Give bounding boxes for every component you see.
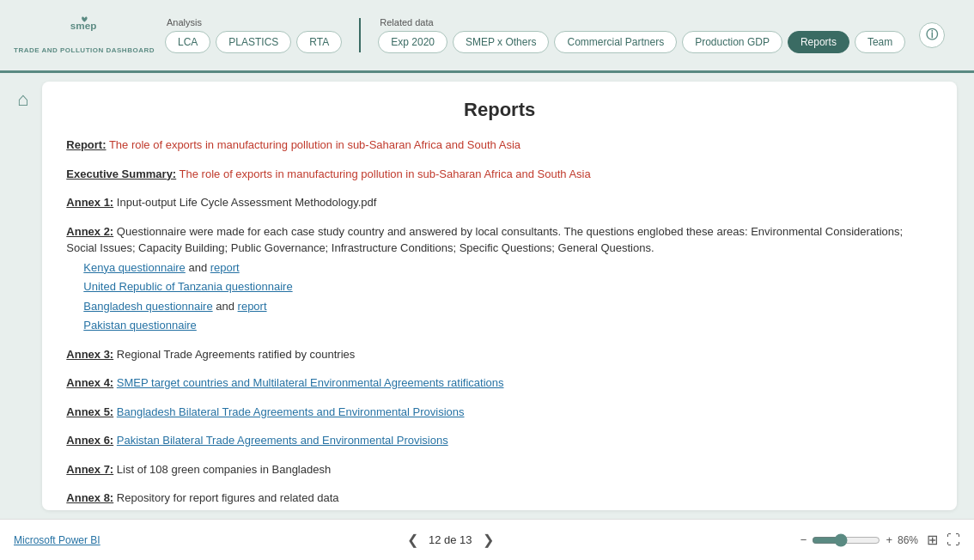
annex7-text: List of 108 green companies in Banglades… — [117, 463, 331, 476]
annex5-label: Annex 5: — [66, 405, 113, 418]
zoom-minus-icon[interactable]: − — [801, 533, 807, 546]
footer: Microsoft Power BI ❮ 12 de 13 ❯ − + 86% … — [0, 519, 974, 560]
list-item: Annex 8: Repository for report figures a… — [66, 490, 933, 507]
annex3-label: Annex 3: — [66, 348, 113, 361]
list-item: Kenya questionnaire and report — [83, 259, 933, 277]
report-label: Report: — [66, 138, 106, 151]
bangladesh-questionnaire-link[interactable]: Bangladesh questionnaire — [83, 300, 212, 313]
footer-right: − + 86% ⊞ ⛶ — [801, 532, 960, 548]
pakistan-questionnaire-link[interactable]: Pakistan questionnaire — [83, 319, 197, 332]
next-page-button[interactable]: ❯ — [483, 532, 494, 548]
nav-team-button[interactable]: Team — [855, 31, 905, 53]
zoom-control: − + 86% — [801, 533, 918, 547]
executive-summary-link[interactable]: The role of exports in manufacturing pol… — [180, 167, 591, 180]
bangladesh-and-text: and — [216, 300, 237, 313]
zoom-plus-icon[interactable]: + — [886, 533, 892, 546]
nav-commercial-partners-button[interactable]: Commercial Partners — [554, 31, 677, 53]
app-header: smep TRADE AND POLLUTION DASHBOARD Analy… — [0, 0, 974, 73]
analysis-label: Analysis — [165, 17, 342, 27]
list-item: Bangladesh questionnaire and report — [83, 298, 933, 315]
nav-reports-button[interactable]: Reports — [788, 31, 849, 53]
nav-rta-button[interactable]: RTA — [296, 31, 342, 53]
annex2-label: Annex 2: — [66, 225, 113, 238]
annex3-text: Regional Trade Agreements ratified by co… — [117, 348, 356, 361]
prev-page-button[interactable]: ❮ — [407, 532, 418, 548]
annex5-link[interactable]: Bangladesh Bilateral Trade Agreements an… — [117, 405, 465, 418]
fullscreen-icon[interactable]: ⛶ — [947, 533, 960, 548]
smep-logo-icon: smep — [69, 15, 100, 46]
page-indicator: 12 de 13 — [429, 533, 472, 546]
annex1-text: Input-output Life Cycle Assessment Metho… — [117, 196, 377, 209]
footer-left: Microsoft Power BI — [14, 533, 100, 546]
annex8-label: Annex 8: — [66, 491, 113, 504]
nav-lca-button[interactable]: LCA — [165, 31, 210, 53]
expand-icon[interactable]: ⊞ — [927, 532, 938, 548]
report-link[interactable]: The role of exports in manufacturing pol… — [109, 138, 520, 151]
kenya-questionnaire-link[interactable]: Kenya questionnaire — [83, 261, 186, 274]
list-item: Annex 7: List of 108 green companies in … — [66, 461, 933, 478]
annex1-label: Annex 1: — [66, 196, 113, 209]
page-total: 13 — [460, 533, 472, 546]
info-button[interactable]: ⓘ — [919, 22, 945, 48]
related-data-label: Related data — [378, 17, 905, 27]
list-item: Annex 5: Bangladesh Bilateral Trade Agre… — [66, 404, 933, 421]
nav-divider — [359, 18, 361, 52]
page-title: Reports — [66, 99, 933, 121]
list-item: Annex 2: Questionnaire were made for eac… — [66, 223, 933, 334]
list-item: Report: The role of exports in manufactu… — [66, 137, 933, 154]
page-current: 12 — [429, 533, 441, 546]
zoom-slider[interactable] — [812, 533, 880, 547]
page-separator: de — [444, 533, 460, 546]
bangladesh-report-link[interactable]: report — [238, 300, 267, 313]
zoom-percent: 86% — [898, 534, 918, 546]
list-item: Executive Summary: The role of exports i… — [66, 166, 933, 183]
logo-area: smep TRADE AND POLLUTION DASHBOARD — [14, 15, 155, 55]
microsoft-powerbi-link[interactable]: Microsoft Power BI — [14, 534, 100, 546]
tanzania-questionnaire-link[interactable]: United Republic of Tanzania questionnair… — [83, 280, 292, 293]
analysis-buttons: LCA PLASTICS RTA — [165, 31, 342, 53]
kenya-report-link[interactable]: report — [210, 261, 240, 274]
content-area: ⌂ Reports Report: The role of exports in… — [0, 73, 974, 519]
main-panel: Reports Report: The role of exports in m… — [42, 82, 957, 510]
svg-text:smep: smep — [70, 20, 97, 31]
logo-text: TRADE AND POLLUTION DASHBOARD — [14, 46, 155, 55]
home-icon-area: ⌂ — [17, 82, 28, 510]
kenya-and-text: and — [188, 261, 210, 274]
executive-summary-label: Executive Summary: — [66, 167, 176, 180]
annex4-label: Annex 4: — [66, 376, 113, 389]
list-item: Annex 3: Regional Trade Agreements ratif… — [66, 346, 933, 363]
annex2-text: Questionnaire were made for each case st… — [66, 225, 903, 255]
analysis-nav: Analysis LCA PLASTICS RTA — [165, 17, 342, 53]
nav-plastics-button[interactable]: PLASTICS — [216, 31, 291, 53]
annex6-label: Annex 6: — [66, 434, 113, 447]
list-item: Pakistan questionnaire — [83, 317, 933, 334]
home-icon[interactable]: ⌂ — [17, 88, 28, 110]
nav-exp2020-button[interactable]: Exp 2020 — [378, 31, 447, 53]
list-item: Annex 6: Pakistan Bilateral Trade Agreem… — [66, 432, 933, 449]
annex6-link[interactable]: Pakistan Bilateral Trade Agreements and … — [117, 434, 448, 447]
annex4-link[interactable]: SMEP target countries and Multilateral E… — [117, 376, 504, 389]
annex7-label: Annex 7: — [66, 463, 113, 476]
list-item: Annex 4: SMEP target countries and Multi… — [66, 374, 933, 392]
annex8-text: Repository for report figures and relate… — [117, 491, 339, 504]
list-item: United Republic of Tanzania questionnair… — [83, 278, 933, 295]
related-data-nav: Related data Exp 2020 SMEP x Others Comm… — [378, 17, 905, 53]
nav-production-gdp-button[interactable]: Production GDP — [682, 31, 782, 53]
nav-smep-others-button[interactable]: SMEP x Others — [453, 31, 549, 53]
footer-center: ❮ 12 de 13 ❯ — [407, 532, 494, 548]
list-item: Annex 1: Input-output Life Cycle Assessm… — [66, 194, 933, 211]
related-data-buttons: Exp 2020 SMEP x Others Commercial Partne… — [378, 31, 905, 53]
